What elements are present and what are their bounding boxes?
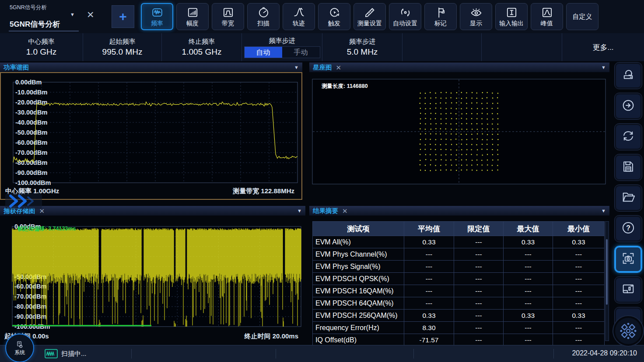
- toolbar-button-label: 幅度: [186, 20, 199, 28]
- test-item-cell: EVM PDSCH 64QAM(%): [313, 297, 404, 310]
- side-button-screenshot[interactable]: [615, 246, 642, 272]
- table-row[interactable]: EVM Phys Signal(%)------------: [313, 261, 605, 273]
- chevron-down-icon[interactable]: ▼: [601, 65, 606, 70]
- constellation-chart: 测量长度: 1146880: [309, 72, 609, 200]
- constellation-plot: [309, 72, 609, 200]
- toolbar-button-sweep[interactable]: 扫描: [247, 3, 280, 30]
- display-settings-icon: [621, 282, 636, 298]
- svg-text:-60.00dBm: -60.00dBm: [15, 139, 47, 146]
- settings-cell-empty-2: [482, 33, 562, 61]
- table-row[interactable]: Frequency Error(Hz)8.30---------: [313, 322, 605, 334]
- svg-text:-70.00dBm: -70.00dBm: [15, 149, 47, 156]
- test-item-cell: EVM All(%): [313, 236, 404, 248]
- toolbar-button-label: 频率: [151, 20, 163, 28]
- value-cell: 0.33: [553, 236, 605, 248]
- toolbar-button-amplitude[interactable]: 幅度: [176, 3, 209, 30]
- chevron-down-icon[interactable]: ▼: [294, 65, 299, 70]
- spectrum-plot: 0.00dBm-10.00dBm-20.00dBm-30.00dBm-40.00…: [1, 73, 301, 199]
- bandwidth-icon: [222, 6, 234, 19]
- toolbar-button-input-output[interactable]: 输入输出: [495, 3, 528, 30]
- column-header: 平均值: [404, 222, 454, 236]
- expand-menu-button[interactable]: [5, 193, 42, 209]
- chevron-down-icon[interactable]: ▼: [297, 208, 302, 213]
- value-cell: 0.33: [553, 310, 605, 322]
- panel-capture-header: 捕获存储图 ✕ ▼: [0, 206, 305, 216]
- statusbar-separator: [553, 349, 554, 359]
- auto-setup-icon: [399, 6, 412, 19]
- table-row[interactable]: IQ Offset(dB)-71.57---------: [313, 334, 605, 346]
- peak-icon: [541, 6, 553, 19]
- tab-underline: [9, 31, 79, 31]
- chevron-down-icon[interactable]: ▼: [601, 208, 606, 213]
- toggle-option-1[interactable]: 手动: [282, 47, 320, 58]
- toggle-option-0[interactable]: 自动: [245, 47, 282, 58]
- side-button-preset[interactable]: [615, 63, 642, 89]
- table-row[interactable]: EVM PDSCH QPSK(%)------------: [313, 273, 605, 285]
- column-header: 最大值: [504, 222, 553, 236]
- close-icon[interactable]: ✕: [342, 208, 348, 214]
- test-item-cell: EVM Phys Channel(%): [313, 248, 404, 261]
- value-cell: ---: [553, 322, 605, 334]
- capture-chart: 0.00dBm-50.00dBm-60.00dBm-70.00dBm-80.00…: [0, 216, 305, 344]
- toolbar-button-trace[interactable]: 轨迹: [283, 3, 315, 30]
- test-item-cell: EVM Phys Signal(%): [313, 261, 404, 273]
- toolbar-button-meas-setup[interactable]: 测量设置: [354, 3, 386, 30]
- results-table-body: 测试项平均值限定值最大值最小值EVM All(%)0.33---0.330.33…: [309, 216, 609, 344]
- table-row[interactable]: EVM All(%)0.33---0.330.33: [313, 236, 605, 248]
- system-button[interactable]: 系统: [5, 334, 34, 362]
- toolbar-button-peak[interactable]: 峰值: [531, 3, 563, 30]
- side-button-display-setup[interactable]: [615, 277, 642, 303]
- toolbar-button-marker[interactable]: 标记: [424, 3, 457, 30]
- close-icon[interactable]: ✕: [336, 64, 342, 71]
- settings-cell-freq-step[interactable]: 频率步进5.0 MHz: [322, 33, 402, 61]
- sweep-status-icon: [45, 349, 58, 360]
- toolbar-button-frequency[interactable]: 频率: [141, 3, 173, 30]
- app-root: 5GNR信号分析 ▼ 5GNR信号分析 ✕ + 频率幅度带宽扫描轨迹触发测量设置…: [0, 0, 644, 362]
- value-cell: ---: [553, 334, 605, 346]
- panel-constellation: 星座图 ✕ ▼ 测量长度: 1146880: [309, 63, 609, 200]
- table-row[interactable]: EVM PDSCH 16QAM(%)------------: [313, 285, 605, 297]
- test-item-cell: EVM PDSCH 16QAM(%): [313, 285, 404, 297]
- svg-text:?: ?: [626, 224, 630, 232]
- toolbar-button-bandwidth[interactable]: 带宽: [212, 3, 244, 30]
- results-scrollbar[interactable]: [605, 221, 609, 341]
- nav-wheel-button[interactable]: [613, 316, 643, 346]
- svg-text:-100.00dBm: -100.00dBm: [14, 323, 50, 330]
- value-cell: ---: [454, 248, 504, 261]
- side-button-continuous-sweep[interactable]: [615, 124, 642, 150]
- value-cell: -71.57: [404, 334, 454, 346]
- value-cell: ---: [504, 334, 553, 346]
- toolbar-button-label: 自定义: [573, 13, 592, 21]
- scrollbar-thumb[interactable]: [606, 239, 608, 305]
- settings-value: 1.0 GHz: [26, 47, 57, 57]
- table-row[interactable]: EVM PDSCH 256QAM(%)0.33---0.330.33: [313, 310, 605, 322]
- trace-icon: [293, 6, 305, 19]
- side-button-help[interactable]: ?: [615, 216, 642, 242]
- toolbar-button-display[interactable]: 显示: [460, 3, 492, 30]
- tab-dropdown-caret-icon[interactable]: ▼: [70, 12, 75, 17]
- settings-cell-freq-step-mode[interactable]: 频率步进自动手动: [242, 33, 322, 61]
- toolbar-button-trigger[interactable]: 触发: [318, 3, 350, 30]
- trigger-icon: [328, 6, 341, 19]
- table-row[interactable]: EVM PDSCH 64QAM(%)------------: [313, 297, 605, 310]
- meas-bandwidth-readout: 测量带宽 122.88MHz: [233, 187, 294, 195]
- settings-value: 5.0 MHz: [347, 47, 378, 57]
- value-cell: 0.33: [504, 310, 553, 322]
- side-button-single-sweep[interactable]: [615, 93, 642, 119]
- toolbar-button-auto-setup[interactable]: 自动设置: [389, 3, 421, 30]
- side-button-open-file[interactable]: [615, 185, 642, 211]
- tab-close-icon[interactable]: ✕: [87, 10, 94, 20]
- marker-icon: [434, 6, 447, 19]
- side-button-save[interactable]: [615, 154, 642, 181]
- settings-cell-center-freq[interactable]: 中心频率1.0 GHz: [0, 33, 83, 61]
- table-row[interactable]: EVM Phys Channel(%)------------: [313, 248, 605, 261]
- settings-cell-stop-freq[interactable]: 终止频率1.005 GHz: [162, 33, 242, 61]
- panel-results: 结果摘要 ✕ ▼ 测试项平均值限定值最大值最小值EVM All(%)0.33--…: [309, 206, 609, 344]
- toolbar-button-label: 自动设置: [393, 20, 417, 28]
- settings-cell-start-freq[interactable]: 起始频率995.0 MHz: [83, 33, 162, 61]
- toolbar-button-label: 触发: [328, 20, 340, 28]
- add-tab-button[interactable]: +: [112, 5, 134, 28]
- more-button[interactable]: 更多...: [562, 33, 644, 61]
- sweep-icon: [257, 6, 270, 19]
- toolbar-button-custom[interactable]: 自定义: [566, 3, 598, 30]
